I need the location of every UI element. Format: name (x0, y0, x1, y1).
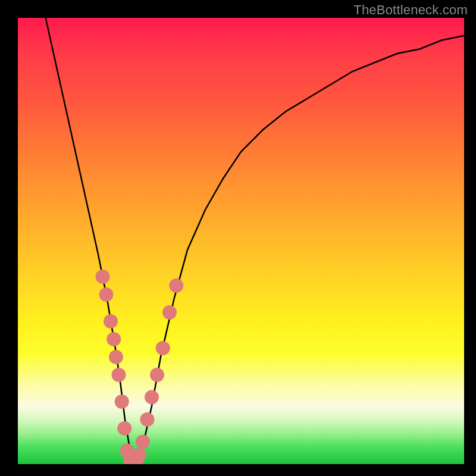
data-dot (136, 435, 150, 449)
data-dot (169, 278, 183, 293)
data-dot (150, 368, 164, 382)
bottleneck-curve (45, 18, 464, 460)
data-dot (140, 412, 155, 427)
data-dot (117, 421, 131, 436)
data-dot (112, 368, 126, 382)
data-dot (107, 332, 121, 346)
chart-svg (18, 18, 464, 464)
data-dot (104, 314, 118, 328)
data-dot (132, 448, 146, 462)
chart-area (18, 18, 464, 464)
data-dot (109, 350, 123, 364)
data-dot (99, 287, 114, 302)
curve-line (45, 18, 464, 460)
data-dot (145, 390, 159, 405)
watermark-text: TheBottleneck.com (353, 2, 468, 18)
curve-dots (96, 270, 184, 464)
data-dot (156, 341, 170, 355)
data-dot (115, 394, 129, 409)
data-dot (96, 270, 110, 284)
data-dot (162, 305, 177, 320)
